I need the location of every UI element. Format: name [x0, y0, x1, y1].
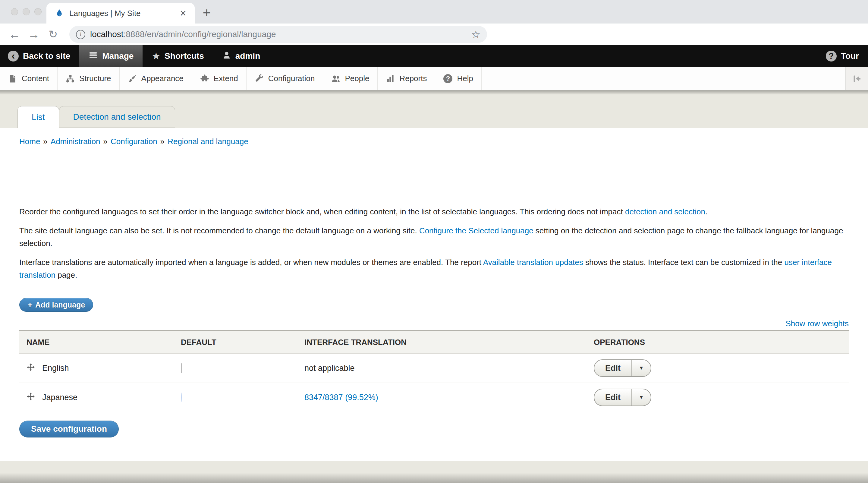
sitemap-icon — [66, 74, 75, 83]
new-tab-button[interactable]: + — [198, 4, 216, 21]
shortcuts-button[interactable]: ★ Shortcuts — [143, 45, 213, 67]
minimize-window-button[interactable] — [23, 8, 30, 16]
menu-item-label: Help — [457, 74, 473, 83]
column-header-operations: OPERATIONS — [587, 331, 849, 354]
default-radio-english[interactable] — [181, 363, 182, 373]
menu-item-reports[interactable]: Reports — [378, 67, 435, 90]
admin-user-label: admin — [236, 51, 260, 61]
browser-window: Languages | My Site × + ← → ↻ i localhos… — [0, 0, 868, 483]
collapse-left-icon — [851, 73, 862, 84]
column-header-interface-translation: INTERFACE TRANSLATION — [297, 331, 587, 354]
breadcrumb-regional-language[interactable]: Regional and language — [167, 137, 248, 146]
save-configuration-button[interactable]: Save configuration — [19, 421, 119, 437]
tab-title: Languages | My Site — [69, 9, 176, 18]
menu-item-extend[interactable]: Extend — [192, 67, 247, 90]
row-weights-toggle-row: Show row weights — [19, 319, 849, 328]
close-tab-icon[interactable]: × — [180, 8, 186, 19]
hamburger-icon — [88, 50, 98, 62]
content-file-icon — [8, 74, 17, 83]
add-language-label: Add language — [35, 301, 85, 309]
shortcuts-label: Shortcuts — [164, 51, 204, 61]
dropdown-arrow-icon[interactable]: ▼ — [631, 389, 651, 405]
breadcrumb-configuration[interactable]: Configuration — [111, 137, 157, 146]
url-host: localhost — [90, 30, 124, 39]
inline-link[interactable]: Configure the Selected language — [419, 226, 533, 235]
menu-item-label: Configuration — [268, 74, 315, 83]
intro-text: Reorder the configured languages to set … — [19, 205, 849, 281]
forward-icon[interactable]: → — [26, 27, 41, 41]
language-name: English — [42, 364, 69, 373]
url-text: localhost:8888/en/admin/config/regional/… — [90, 30, 467, 39]
manage-label: Manage — [102, 51, 133, 61]
site-info-icon[interactable]: i — [76, 30, 85, 39]
bookmark-icon[interactable]: ☆ — [471, 28, 480, 40]
languages-table: NAME DEFAULT INTERFACE TRANSLATION OPERA… — [19, 330, 849, 412]
browser-tab[interactable]: Languages | My Site × — [46, 3, 195, 24]
close-window-button[interactable] — [11, 8, 18, 16]
breadcrumb-separator: » — [43, 137, 47, 146]
drag-handle[interactable] — [27, 392, 35, 403]
menu-item-configuration[interactable]: Configuration — [247, 67, 323, 90]
inline-link[interactable]: detection and selection — [625, 207, 705, 216]
translation-status-link[interactable]: 8347/8387 (99.52%) — [304, 393, 378, 402]
people-icon — [331, 74, 340, 83]
reload-icon[interactable]: ↻ — [45, 27, 61, 41]
breadcrumb-separator: » — [103, 137, 107, 146]
intro-paragraph-3: Interface translations are automatically… — [19, 256, 849, 281]
edit-split-button: Edit ▼ — [594, 389, 651, 406]
menu-item-label: People — [345, 74, 369, 83]
url-field[interactable]: i localhost:8888/en/admin/config/regiona… — [69, 26, 487, 43]
default-radio-japanese[interactable] — [181, 393, 181, 402]
back-to-site-button[interactable]: ‹ Back to site — [0, 45, 79, 67]
breadcrumb: Home»Administration»Configuration»Region… — [19, 137, 849, 146]
window-controls — [11, 8, 41, 16]
add-language-button[interactable]: + Add language — [19, 298, 93, 312]
back-to-site-label: Back to site — [23, 51, 70, 61]
show-row-weights-link[interactable]: Show row weights — [785, 319, 849, 328]
menu-item-label: Reports — [399, 74, 427, 83]
zoom-window-button[interactable] — [34, 8, 41, 16]
menu-item-help[interactable]: ? Help — [435, 67, 481, 90]
menu-item-appearance[interactable]: Appearance — [120, 67, 192, 90]
breadcrumb-home[interactable]: Home — [19, 137, 40, 146]
wrench-icon — [255, 74, 264, 83]
language-name: Japanese — [42, 393, 78, 402]
admin-user-button[interactable]: admin — [213, 45, 269, 67]
primary-tabs: List Detection and selection — [18, 106, 175, 128]
table-row-english: English not applicable Edit ▼ — [19, 354, 849, 383]
tab-list[interactable]: List — [18, 106, 59, 128]
back-icon[interactable]: ← — [7, 27, 22, 41]
intro-paragraph-2: The site default language can also be se… — [19, 224, 849, 250]
back-to-site-icon: ‹ — [8, 51, 19, 61]
tour-question-icon: ? — [826, 51, 837, 61]
toolbar-orientation-toggle[interactable] — [845, 67, 868, 90]
dropdown-arrow-icon[interactable]: ▼ — [631, 360, 651, 376]
tab-detection-and-selection[interactable]: Detection and selection — [59, 106, 175, 128]
star-icon: ★ — [152, 50, 160, 62]
tour-button[interactable]: ? Tour — [817, 45, 868, 67]
help-question-icon: ? — [443, 74, 453, 83]
edit-button[interactable]: Edit — [594, 389, 631, 405]
column-header-name: NAME — [19, 331, 174, 354]
menu-item-structure[interactable]: Structure — [58, 67, 120, 90]
drupal-favicon-icon — [55, 9, 64, 18]
inline-link[interactable]: Available translation updates — [483, 258, 583, 267]
edit-button[interactable]: Edit — [594, 360, 631, 376]
menu-item-people[interactable]: People — [323, 67, 378, 90]
move-icon — [27, 392, 35, 401]
url-path: :8888/en/admin/config/regional/language — [124, 30, 276, 39]
edit-split-button: Edit ▼ — [594, 359, 651, 377]
breadcrumb-administration[interactable]: Administration — [51, 137, 100, 146]
table-row-japanese: Japanese 8347/8387 (99.52%) Edit ▼ — [19, 383, 849, 412]
drag-handle[interactable] — [27, 363, 35, 373]
column-header-default: DEFAULT — [174, 331, 297, 354]
menu-item-content[interactable]: Content — [0, 67, 58, 90]
drupal-admin-toolbar: ‹ Back to site Manage ★ Shortcuts admin … — [0, 45, 868, 67]
page-content: Home»Administration»Configuration»Region… — [0, 128, 868, 461]
page-background: List Detection and selection Home»Admini… — [0, 90, 868, 483]
browser-tab-strip: Languages | My Site × + — [0, 0, 868, 24]
paintbrush-icon — [128, 74, 137, 83]
manage-button[interactable]: Manage — [79, 45, 143, 67]
menu-item-label: Structure — [79, 74, 111, 83]
menu-item-label: Content — [22, 74, 49, 83]
